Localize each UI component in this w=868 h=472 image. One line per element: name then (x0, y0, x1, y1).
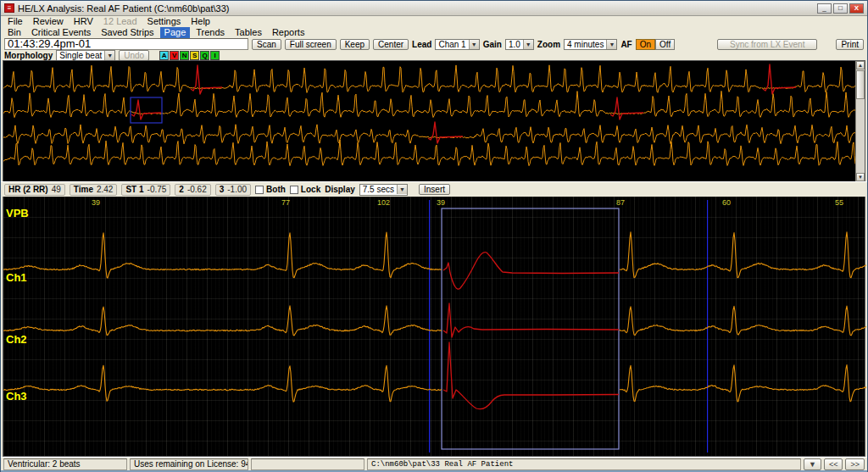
menu-tables[interactable]: Tables (231, 27, 266, 38)
menu-review[interactable]: Review (29, 16, 68, 27)
status-empty (251, 458, 364, 470)
st3-readout: 3 -1.00 (215, 184, 251, 196)
beat-class-a-button[interactable]: A (159, 51, 169, 60)
beat-class-n-button[interactable]: N (180, 51, 189, 60)
overview-scrollbar[interactable]: ▲ ▼ (855, 61, 865, 181)
chevron-down-icon[interactable]: ▼ (523, 40, 533, 49)
zoom-dropdown[interactable]: 4 minutes ▼ (564, 39, 617, 50)
time-value: 2.42 (97, 185, 113, 194)
undo-button: Undo (119, 50, 149, 61)
svg-text:60: 60 (722, 198, 731, 207)
beat-class-q-button[interactable]: Q (200, 51, 209, 60)
lock-checkbox[interactable] (290, 186, 298, 194)
menu-file[interactable]: File (3, 16, 27, 27)
morphology-toolbar: Morphology Single beat ▼ Undo A V N S Q … (1, 50, 867, 60)
st1-label: ST 1 (125, 185, 143, 194)
app-icon: ≡ (4, 3, 14, 13)
st3-label: 3 (220, 185, 225, 194)
overview-ecg-waveforms[interactable] (3, 61, 858, 182)
time-label: Time (74, 185, 93, 194)
gain-label: Gain (483, 40, 502, 49)
display-value: 7.5 secs (360, 185, 397, 194)
window-title: HE/LX Analysis: Real AF Patient (C:\nm60… (18, 3, 229, 14)
strip-forward-button[interactable]: >> (845, 458, 865, 470)
display-label: Display (325, 185, 355, 194)
status-dropdown-icon[interactable]: ▼ (804, 458, 821, 470)
st1-readout: ST 1 -0.75 (121, 184, 170, 196)
af-off-button[interactable]: Off (655, 39, 675, 50)
lead-dropdown[interactable]: Chan 1 ▼ (435, 39, 479, 50)
close-button[interactable]: X (849, 3, 864, 14)
maximize-button[interactable]: □ (833, 3, 848, 14)
menu-help[interactable]: Help (186, 16, 214, 27)
st3-value: -1.00 (227, 185, 247, 194)
svg-text:Ch1: Ch1 (6, 271, 27, 284)
chevron-down-icon[interactable]: ▼ (397, 185, 407, 194)
menu-page[interactable]: Page (160, 27, 191, 38)
status-patient-path: C:\nm60b\pat\33 Real AF Patient (367, 458, 801, 470)
strip-back-button[interactable]: << (824, 458, 843, 470)
morphology-dropdown[interactable]: Single beat ▼ (56, 50, 115, 61)
scrollbar-track[interactable] (856, 100, 865, 173)
minimize-button[interactable]: _ (817, 3, 832, 14)
beat-class-i-button[interactable]: I (210, 51, 220, 60)
lead-value: Chan 1 (436, 40, 468, 49)
both-label: Both (266, 185, 286, 194)
svg-text:39: 39 (92, 198, 100, 207)
st2-value: -0.62 (187, 185, 207, 194)
st2-label: 2 (179, 185, 184, 194)
scan-button[interactable]: Scan (252, 39, 281, 50)
lock-label: Lock (301, 185, 320, 194)
time-readout: Time 2.42 (70, 184, 118, 196)
scrollbar-thumb[interactable] (856, 70, 865, 99)
gain-dropdown[interactable]: 1.0 ▼ (505, 39, 534, 50)
svg-text:87: 87 (616, 198, 625, 207)
chevron-down-icon[interactable]: ▼ (606, 40, 616, 49)
menu-trends[interactable]: Trends (192, 27, 229, 38)
menu-hrv[interactable]: HRV (70, 16, 97, 27)
display-dropdown[interactable]: 7.5 secs ▼ (359, 184, 408, 196)
status-ventricular: Ventricular: 2 beats (3, 458, 127, 470)
beat-class-s-button[interactable]: S (190, 51, 199, 60)
scroll-up-icon[interactable]: ▲ (856, 61, 865, 69)
chevron-down-icon[interactable]: ▼ (469, 40, 479, 49)
lead-label: Lead (412, 40, 431, 49)
beat-class-v-button[interactable]: V (170, 51, 179, 60)
st2-readout: 2 -0.62 (175, 184, 210, 196)
overview-ecg-panel[interactable]: ▲ ▼ (3, 60, 865, 181)
morphology-label: Morphology (4, 51, 53, 60)
status-bar: Ventricular: 2 beats Uses remaining on L… (1, 457, 867, 472)
insert-button[interactable]: Insert (419, 184, 450, 195)
menu-12lead: 12 Lead (99, 16, 142, 27)
strip-ecg-panel[interactable]: 397710239876055VPBCh1Ch2Ch3 (3, 197, 865, 457)
af-label: AF (620, 40, 632, 49)
hr-label: HR (2 RR) (8, 185, 48, 194)
both-checkbox[interactable] (255, 186, 264, 194)
print-button[interactable]: Print (836, 39, 864, 50)
svg-text:55: 55 (835, 198, 843, 207)
sync-lx-button: Sync from LX Event (717, 39, 817, 50)
svg-text:VPB: VPB (6, 207, 29, 219)
center-button[interactable]: Center (373, 39, 409, 50)
chevron-down-icon[interactable]: ▼ (104, 51, 114, 60)
view-menu-bar: Bin Critical Events Saved Strips Page Tr… (1, 27, 867, 38)
svg-text:Ch2: Ch2 (6, 333, 27, 346)
zoom-label: Zoom (537, 40, 560, 49)
menu-saved-strips[interactable]: Saved Strips (97, 27, 158, 38)
svg-text:Ch3: Ch3 (6, 390, 27, 403)
keep-button[interactable]: Keep (340, 39, 370, 50)
svg-text:39: 39 (437, 198, 445, 207)
time-field[interactable]: 01:43:29.4pm-01 (4, 38, 248, 50)
menu-reports[interactable]: Reports (268, 27, 309, 38)
full-screen-button[interactable]: Full screen (285, 39, 337, 50)
svg-text:77: 77 (281, 198, 290, 207)
hr-readout: HR (2 RR) 49 (4, 184, 65, 196)
menu-settings[interactable]: Settings (143, 16, 186, 27)
af-on-button[interactable]: On (636, 39, 655, 50)
status-license: Uses remaining on License: 945 (130, 458, 248, 470)
st1-value: -0.75 (147, 185, 167, 194)
strip-ecg-waveforms[interactable]: 397710239876055VPBCh1Ch2Ch3 (3, 197, 866, 457)
morphology-value: Single beat (57, 51, 104, 60)
app-window: ≡ HE/LX Analysis: Real AF Patient (C:\nm… (0, 0, 868, 472)
scroll-down-icon[interactable]: ▼ (856, 173, 865, 181)
